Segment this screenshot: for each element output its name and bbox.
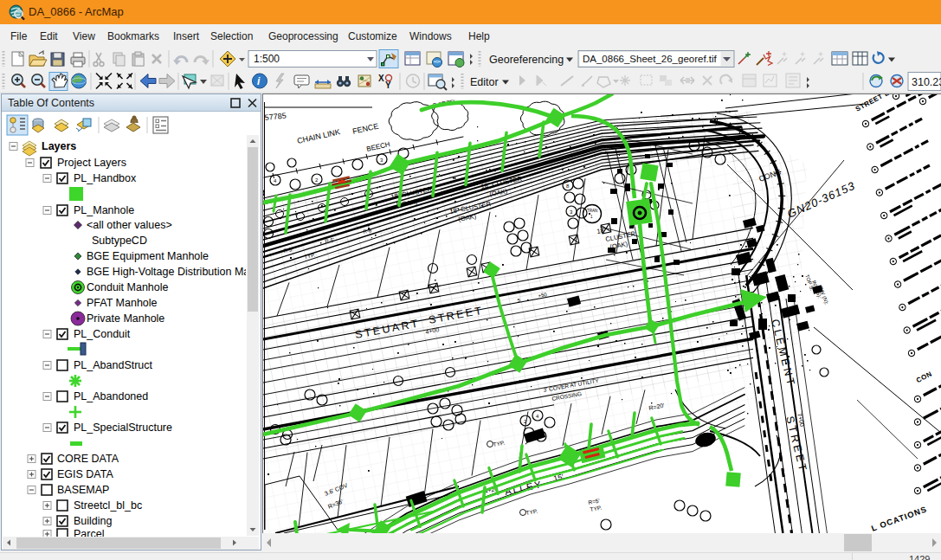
svg-text:Editor: Editor [470, 76, 499, 88]
svg-text:PL_AbandStruct: PL_AbandStruct [74, 359, 153, 371]
svg-text:X: X [378, 74, 384, 83]
svg-text:BGE Equipment Manhole: BGE Equipment Manhole [87, 250, 209, 262]
svg-text:PL_Manhole: PL_Manhole [74, 204, 134, 216]
svg-text:PL_Abandoned: PL_Abandoned [74, 390, 148, 402]
svg-text:CORE DATA: CORE DATA [57, 453, 119, 465]
svg-text:Georeferencing: Georeferencing [489, 54, 564, 66]
svg-text:PL_Handbox: PL_Handbox [74, 172, 137, 184]
svg-text:<all other values>: <all other values> [87, 219, 172, 231]
svg-text:PL_SpecialStructure: PL_SpecialStructure [74, 422, 172, 434]
svg-text:Y: Y [385, 80, 391, 90]
svg-text:Project Layers: Project Layers [57, 157, 126, 169]
svg-text:DA_0866_Sheet_26_georef.tif: DA_0866_Sheet_26_georef.tif [583, 54, 718, 64]
svg-text:1:500: 1:500 [254, 53, 280, 65]
svg-text:Streetcl_bl_bc: Streetcl_bl_bc [74, 499, 142, 512]
svg-text:BGE High-Voltage Distribution: BGE High-Voltage Distribution Mar [87, 266, 246, 278]
svg-text:Layers: Layers [42, 140, 76, 152]
svg-text:Private Manhole: Private Manhole [87, 312, 164, 325]
svg-text:SubtypeCD: SubtypeCD [92, 235, 147, 247]
svg-text:PFAT Manhole: PFAT Manhole [87, 297, 158, 309]
svg-text:EGIS DATA: EGIS DATA [57, 468, 113, 480]
svg-text:310.23: 310.23 [912, 76, 941, 88]
svg-text:Conduit Manhole: Conduit Manhole [87, 281, 169, 293]
svg-text:BASEMAP: BASEMAP [57, 484, 109, 496]
svg-text:Building: Building [74, 515, 113, 527]
svg-text:PL_Conduit: PL_Conduit [74, 328, 131, 340]
svg-text:TRAN: TRAN [587, 209, 597, 213]
